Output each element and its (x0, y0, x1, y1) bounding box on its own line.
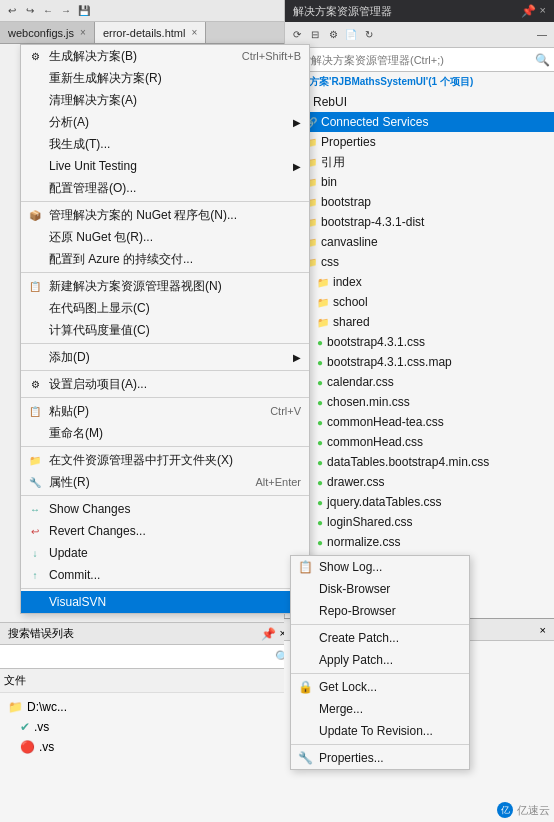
tree-rebui[interactable]: 🏠 RebUI (285, 92, 554, 112)
bottom-tree-item-root[interactable]: 📁 D:\wc... (4, 697, 290, 717)
properties-icon[interactable]: ⚙ (325, 27, 341, 43)
tree-bin-label: bin (321, 175, 337, 189)
watermark-icon: 亿 (497, 802, 513, 818)
menu-restore-nuget[interactable]: 还原 NuGet 包(R)... (21, 226, 309, 248)
properties-menu-icon: 🔧 (27, 474, 43, 490)
tree-jquery-datatables-css[interactable]: ● jquery.dataTables.css (285, 492, 554, 512)
menu-paste[interactable]: 📋 粘贴(P) Ctrl+V (21, 400, 309, 422)
sync-icon[interactable]: ⟳ (289, 27, 305, 43)
submenu-create-patch[interactable]: Create Patch... (291, 627, 469, 649)
search-icon[interactable]: 🔍 (535, 53, 550, 67)
submenu-show-log[interactable]: 📋 Show Log... (291, 556, 469, 578)
menu-build[interactable]: 我生成(T)... (21, 133, 309, 155)
tree-bootstrap-css-map[interactable]: ● bootstrap4.3.1.css.map (285, 352, 554, 372)
menu-analyze-label: 分析(A) (49, 114, 89, 131)
collapse-icon[interactable]: ⊟ (307, 27, 323, 43)
menu-calc-metrics[interactable]: 计算代码度量值(C) (21, 319, 309, 341)
submenu-get-lock[interactable]: 🔒 Get Lock... (291, 676, 469, 698)
menu-show-changes[interactable]: ↔ Show Changes (21, 498, 309, 520)
tab-webconfigs-close[interactable]: × (80, 27, 86, 38)
menu-properties[interactable]: 🔧 属性(R) Alt+Enter (21, 471, 309, 493)
more-options-icon[interactable]: — (534, 27, 550, 43)
refresh-icon[interactable]: ↻ (361, 27, 377, 43)
pin-icon[interactable]: 📌 (521, 4, 536, 18)
tree-css[interactable]: 📁 css (285, 252, 554, 272)
submenu-svn-properties[interactable]: 🔧 Properties... (291, 747, 469, 769)
solution-explorer-search[interactable]: 🔍 (285, 48, 554, 72)
bottom-column-label: 文件 (4, 674, 26, 686)
tree-canvasline[interactable]: 📁 canvasline (285, 232, 554, 252)
menu-commit[interactable]: ↑ Commit... (21, 564, 309, 586)
tree-bootstrap-css[interactable]: ● bootstrap4.3.1.css (285, 332, 554, 352)
tree-references[interactable]: 📁 引用 (285, 152, 554, 172)
tree-school[interactable]: 📁 school (285, 292, 554, 312)
menu-azure-deploy[interactable]: 配置到 Azure 的持续交付... (21, 248, 309, 270)
menu-set-startup[interactable]: ⚙ 设置启动项目(A)... (21, 373, 309, 395)
search-input[interactable] (289, 54, 535, 66)
submenu-disk-browser[interactable]: Disk-Browser (291, 578, 469, 600)
pending-close-icon[interactable]: × (540, 624, 546, 636)
menu-live-unit-testing[interactable]: Live Unit Testing ▶ (21, 155, 309, 177)
menu-visualsvn[interactable]: VisualSVN ▶ (21, 591, 309, 613)
menu-open-explorer[interactable]: 📁 在文件资源管理器中打开文件夹(X) (21, 449, 309, 471)
tree-commonhead-css[interactable]: ● commonHead.css (285, 432, 554, 452)
submenu-sep-3 (291, 744, 469, 745)
menu-revert-changes[interactable]: ↩ Revert Changes... (21, 520, 309, 542)
tree-chosen-css[interactable]: ● chosen.min.css (285, 392, 554, 412)
menu-analyze[interactable]: 分析(A) ▶ (21, 111, 309, 133)
bootstrap-css-map-icon: ● (317, 357, 323, 368)
menu-generate-solution-shortcut: Ctrl+Shift+B (242, 50, 301, 62)
menu-regenerate[interactable]: 重新生成解决方案(R) (21, 67, 309, 89)
menu-clean[interactable]: 清理解决方案(A) (21, 89, 309, 111)
menu-rename[interactable]: 重命名(M) (21, 422, 309, 444)
bottom-pin-icon[interactable]: 📌 (261, 627, 276, 641)
back-icon[interactable]: ← (40, 3, 56, 19)
tab-error-details[interactable]: error-details.html × (95, 22, 206, 43)
undo-icon[interactable]: ↩ (4, 3, 20, 19)
tab-webconfigs[interactable]: webconfigs.js × (0, 22, 95, 43)
menu-config-manager[interactable]: 配置管理器(O)... (21, 177, 309, 199)
tree-properties[interactable]: 📁 Properties (285, 132, 554, 152)
tab-error-details-label: error-details.html (103, 27, 186, 39)
tree-index[interactable]: 📁 index (285, 272, 554, 292)
tree-commonhead-tea-css[interactable]: ● commonHead-tea.css (285, 412, 554, 432)
bottom-tree-vs-2-label: .vs (39, 740, 54, 754)
tree-normalize-css[interactable]: ● normalize.css (285, 532, 554, 552)
bottom-search[interactable]: 🔍 (0, 645, 294, 669)
save-icon[interactable]: 💾 (76, 3, 92, 19)
show-all-files-icon[interactable]: 📄 (343, 27, 359, 43)
tree-loginshared-css[interactable]: ● loginShared.css (285, 512, 554, 532)
separator-2 (21, 272, 309, 273)
redo-icon[interactable]: ↪ (22, 3, 38, 19)
submenu-update-to-revision[interactable]: Update To Revision... (291, 720, 469, 742)
tree-school-label: school (333, 295, 368, 309)
tree-index-label: index (333, 275, 362, 289)
submenu-get-lock-label: Get Lock... (319, 680, 377, 694)
forward-icon[interactable]: → (58, 3, 74, 19)
tree-datatables-bootstrap-css[interactable]: ● dataTables.bootstrap4.min.css (285, 452, 554, 472)
menu-new-solution-explorer[interactable]: 📋 新建解决方案资源管理器视图(N) (21, 275, 309, 297)
tree-project-root[interactable]: 解决方案'RJBMathsSystemUI'(1 个项目) (285, 72, 554, 92)
menu-generate-solution[interactable]: ⚙ 生成解决方案(B) Ctrl+Shift+B (21, 45, 309, 67)
bottom-tree-item-vs-1[interactable]: ✔ .vs (4, 717, 290, 737)
menu-update[interactable]: ↓ Update (21, 542, 309, 564)
close-panel-icon[interactable]: × (540, 4, 546, 18)
tree-drawer-css[interactable]: ● drawer.css (285, 472, 554, 492)
bottom-search-input[interactable] (4, 651, 275, 663)
tree-calendar-css[interactable]: ● calendar.css (285, 372, 554, 392)
bottom-titlebar: 搜索错误列表 📌 × (0, 623, 294, 645)
tree-shared[interactable]: 📁 shared (285, 312, 554, 332)
menu-manage-nuget[interactable]: 📦 管理解决方案的 NuGet 程序包(N)... (21, 204, 309, 226)
submenu-repo-browser[interactable]: Repo-Browser (291, 600, 469, 622)
submenu-merge[interactable]: Merge... (291, 698, 469, 720)
submenu-disk-browser-label: Disk-Browser (319, 582, 390, 596)
tab-error-details-close[interactable]: × (191, 27, 197, 38)
tree-bootstrap[interactable]: 📁 bootstrap (285, 192, 554, 212)
tree-bootstrap-dist[interactable]: 📁 bootstrap-4.3.1-dist (285, 212, 554, 232)
tree-connected-services[interactable]: 🔗 Connected Services (285, 112, 554, 132)
submenu-apply-patch[interactable]: Apply Patch... (291, 649, 469, 671)
bottom-tree-item-vs-2[interactable]: 🔴 .vs (4, 737, 290, 757)
menu-show-in-diagram[interactable]: 在代码图上显示(C) (21, 297, 309, 319)
tree-bin[interactable]: 📁 bin (285, 172, 554, 192)
menu-add[interactable]: 添加(D) ▶ (21, 346, 309, 368)
